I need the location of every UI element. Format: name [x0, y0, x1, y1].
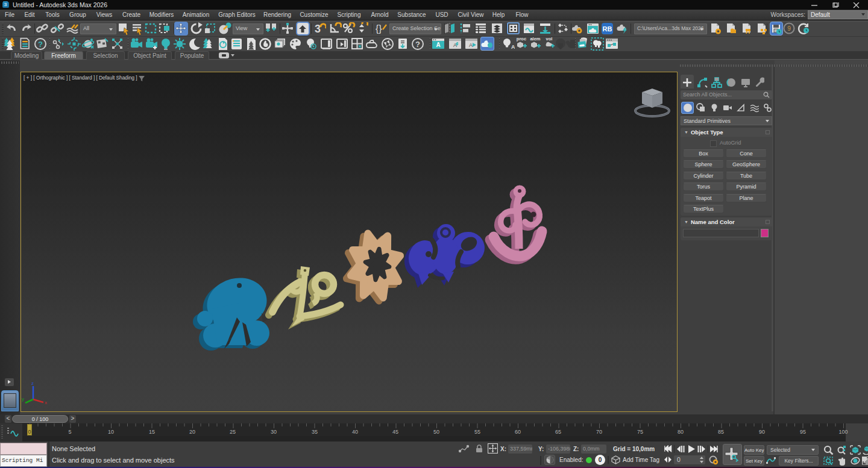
- svg-text:A: A: [511, 44, 515, 50]
- svg-text:A: A: [469, 42, 473, 48]
- svg-text:y: y: [22, 396, 24, 402]
- svg-text:?: ?: [38, 40, 43, 49]
- svg-text:3: 3: [315, 23, 321, 35]
- svg-text:{}: {}: [376, 23, 382, 34]
- svg-text:vol: vol: [546, 36, 553, 42]
- svg-text:3: 3: [4, 2, 7, 7]
- svg-text:alem: alem: [530, 36, 540, 42]
- svg-text:RB: RB: [603, 25, 612, 33]
- svg-text:A: A: [436, 42, 440, 48]
- svg-text:proc: proc: [517, 36, 526, 42]
- svg-text:9: 9: [787, 25, 791, 32]
- svg-text:x: x: [45, 400, 47, 405]
- svg-text:?: ?: [415, 40, 420, 49]
- svg-text:z: z: [31, 381, 34, 386]
